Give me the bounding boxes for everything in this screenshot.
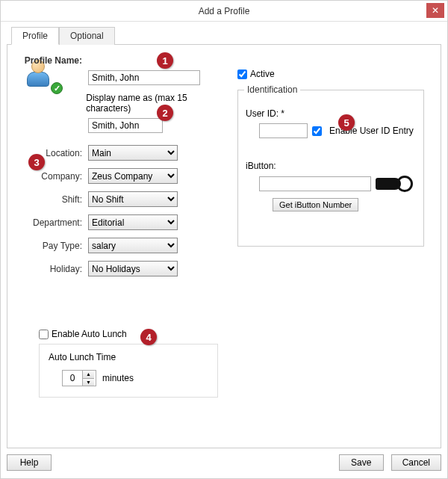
profile-name-label: Profile Name: [13, 55, 88, 66]
spinner-up[interactable]: ▲ [82, 371, 94, 378]
auto-lunch-minutes-spinner[interactable]: ▲ ▼ [62, 370, 96, 386]
auto-lunch-minutes-input[interactable] [63, 371, 82, 385]
cancel-button[interactable]: Cancel [391, 454, 441, 471]
ibutton-icon [376, 176, 413, 192]
ibutton-label: iButton: [246, 161, 416, 171]
display-name-input[interactable] [88, 118, 163, 133]
identification-group: Identification User ID: * Enable User ID… [237, 90, 424, 247]
tab-body: ✓ 1 2 3 4 5 Profile Name: Display name a… [7, 45, 441, 448]
spinner-down[interactable]: ▼ [82, 378, 94, 386]
annotation-marker-1: 1 [157, 52, 173, 69]
annotation-marker-2: 2 [157, 105, 173, 121]
department-select[interactable]: Editorial [88, 214, 178, 230]
enable-userid-checkbox[interactable] [312, 126, 322, 136]
annotation-marker-5: 5 [338, 114, 355, 131]
window-titlebar: Add a Profile ✕ [1, 1, 447, 22]
ibutton-input[interactable] [259, 176, 371, 191]
save-button[interactable]: Save [339, 454, 384, 471]
location-label: Location: [13, 148, 88, 158]
shift-label: Shift: [13, 194, 88, 205]
paytype-select[interactable]: salary [88, 238, 178, 253]
close-button[interactable]: ✕ [426, 3, 444, 18]
identification-legend: Identification [244, 84, 300, 95]
tab-profile[interactable]: Profile [11, 27, 59, 45]
annotation-marker-4: 4 [140, 329, 157, 345]
close-icon: ✕ [432, 5, 439, 16]
holiday-select[interactable]: No Holidays [88, 261, 178, 276]
enable-auto-lunch-label: Enable Auto Lunch [52, 329, 127, 339]
form-left-column: Profile Name: Display name as (max 15 ch… [13, 55, 230, 284]
active-label: Active [250, 69, 275, 79]
tab-optional[interactable]: Optional [59, 27, 115, 45]
dialog-button-bar: Help Save Cancel [7, 454, 441, 471]
location-select[interactable]: Main [88, 145, 178, 161]
get-ibutton-button[interactable]: Get iButton Number [273, 198, 358, 211]
auto-lunch-subgroup: Auto Lunch Time ▲ ▼ minutes [39, 344, 218, 398]
profile-name-input[interactable] [88, 70, 200, 85]
company-select[interactable]: Zeus Company [88, 168, 178, 184]
paytype-label: Pay Type: [13, 241, 88, 251]
company-label: Company: [13, 171, 88, 182]
help-button[interactable]: Help [7, 454, 52, 471]
userid-label: User ID: * [246, 108, 416, 119]
active-block: Active [237, 69, 275, 79]
window-title: Add a Profile [199, 6, 250, 16]
auto-lunch-time-label: Auto Lunch Time [49, 352, 208, 362]
holiday-label: Holiday: [13, 264, 88, 274]
enable-auto-lunch-checkbox[interactable] [39, 330, 49, 339]
annotation-marker-3: 3 [28, 154, 45, 170]
userid-input[interactable] [259, 123, 308, 138]
tab-optional-label: Optional [70, 31, 104, 41]
active-checkbox[interactable] [237, 69, 247, 79]
tab-bar: Profile Optional [7, 26, 441, 45]
department-label: Department: [13, 217, 88, 228]
tab-profile-label: Profile [22, 31, 48, 41]
window-content: Profile Optional ✓ 1 2 3 4 5 Profile Nam… [1, 22, 447, 454]
auto-lunch-minutes-unit: minutes [102, 373, 134, 383]
auto-lunch-section: Enable Auto Lunch Auto Lunch Time ▲ ▼ mi… [39, 329, 218, 398]
shift-select[interactable]: No Shift [88, 191, 178, 207]
